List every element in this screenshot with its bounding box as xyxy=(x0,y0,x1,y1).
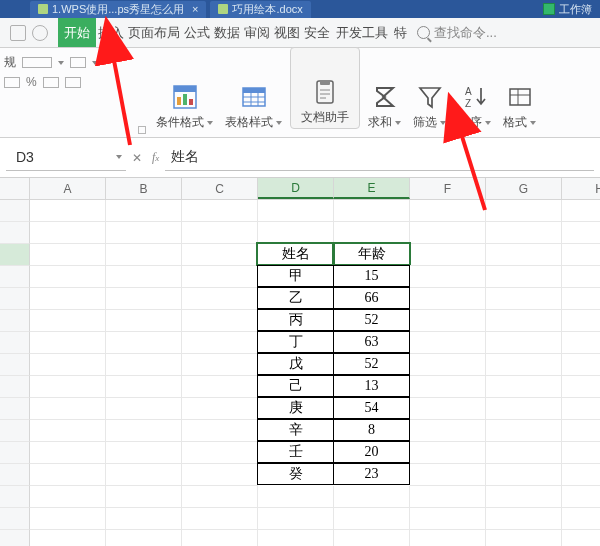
cell-D3[interactable]: 姓名 xyxy=(257,243,334,265)
cell-A11[interactable] xyxy=(30,420,106,442)
cell-A13[interactable] xyxy=(30,464,106,486)
window-tab-2[interactable]: 巧用绘本.docx xyxy=(210,1,310,18)
formula-input[interactable]: 姓名 xyxy=(165,145,594,171)
row-header[interactable] xyxy=(0,244,30,266)
tab-security[interactable]: 安全 xyxy=(302,18,332,47)
cell-D9[interactable]: 己 xyxy=(257,375,334,397)
cell-B16[interactable] xyxy=(106,530,182,546)
cell-D12[interactable]: 壬 xyxy=(257,441,334,463)
cell-D6[interactable]: 丙 xyxy=(257,309,334,331)
cell-E1[interactable] xyxy=(334,200,410,222)
cell-F1[interactable] xyxy=(410,200,486,222)
cell-A3[interactable] xyxy=(30,244,106,266)
cell-format-icon[interactable] xyxy=(70,57,86,68)
cell-E5[interactable]: 66 xyxy=(333,287,410,309)
cell-C2[interactable] xyxy=(182,222,258,244)
cell-H13[interactable] xyxy=(562,464,600,486)
cell-F15[interactable] xyxy=(410,508,486,530)
cell-B6[interactable] xyxy=(106,310,182,332)
cell-C13[interactable] xyxy=(182,464,258,486)
cell-G8[interactable] xyxy=(486,354,562,376)
cell-F6[interactable] xyxy=(410,310,486,332)
command-search[interactable]: 查找命令... xyxy=(417,24,497,42)
cell-C9[interactable] xyxy=(182,376,258,398)
column-header-G[interactable]: G xyxy=(486,178,562,199)
cell-E8[interactable]: 52 xyxy=(333,353,410,375)
doc-helper-button[interactable]: 文档助手 xyxy=(290,47,360,129)
column-header-E[interactable]: E xyxy=(334,178,410,199)
sum-button[interactable]: 求和 xyxy=(362,48,407,133)
cell-E15[interactable] xyxy=(334,508,410,530)
cell-E9[interactable]: 13 xyxy=(333,375,410,397)
cell-E13[interactable]: 23 xyxy=(333,463,410,485)
cell-F11[interactable] xyxy=(410,420,486,442)
cell-E16[interactable] xyxy=(334,530,410,546)
cell-B3[interactable] xyxy=(106,244,182,266)
cell-D15[interactable] xyxy=(258,508,334,530)
cell-A10[interactable] xyxy=(30,398,106,420)
dialog-launcher-icon[interactable] xyxy=(138,126,146,134)
cell-E3[interactable]: 年龄 xyxy=(333,243,410,265)
cell-A16[interactable] xyxy=(30,530,106,546)
cell-F7[interactable] xyxy=(410,332,486,354)
cell-A8[interactable] xyxy=(30,354,106,376)
cell-C14[interactable] xyxy=(182,486,258,508)
tab-view[interactable]: 视图 xyxy=(272,18,302,47)
cell-D1[interactable] xyxy=(258,200,334,222)
sort-button[interactable]: A Z 排序 xyxy=(452,48,497,133)
cell-G6[interactable] xyxy=(486,310,562,332)
cell-C4[interactable] xyxy=(182,266,258,288)
cell-H6[interactable] xyxy=(562,310,600,332)
cell-G2[interactable] xyxy=(486,222,562,244)
row-header[interactable] xyxy=(0,266,30,288)
insert-function-icon[interactable]: fx xyxy=(152,150,159,165)
cell-B13[interactable] xyxy=(106,464,182,486)
cell-A6[interactable] xyxy=(30,310,106,332)
cell-B7[interactable] xyxy=(106,332,182,354)
cell-H14[interactable] xyxy=(562,486,600,508)
cell-F8[interactable] xyxy=(410,354,486,376)
cell-A15[interactable] xyxy=(30,508,106,530)
row-header[interactable] xyxy=(0,530,30,546)
cell-B15[interactable] xyxy=(106,508,182,530)
format-chip[interactable] xyxy=(22,57,52,68)
cell-G16[interactable] xyxy=(486,530,562,546)
cell-G4[interactable] xyxy=(486,266,562,288)
cell-A7[interactable] xyxy=(30,332,106,354)
row-header[interactable] xyxy=(0,486,30,508)
cell-G7[interactable] xyxy=(486,332,562,354)
tab-data[interactable]: 数据 xyxy=(212,18,242,47)
tab-start[interactable]: 开始 xyxy=(58,18,96,47)
cell-B14[interactable] xyxy=(106,486,182,508)
cell-A1[interactable] xyxy=(30,200,106,222)
window-controls-icon[interactable] xyxy=(10,25,26,41)
cell-H5[interactable] xyxy=(562,288,600,310)
cell-D16[interactable] xyxy=(258,530,334,546)
row-header[interactable] xyxy=(0,420,30,442)
cell-E11[interactable]: 8 xyxy=(333,419,410,441)
cell-H1[interactable] xyxy=(562,200,600,222)
cell-H12[interactable] xyxy=(562,442,600,464)
format-button[interactable]: 格式 xyxy=(497,48,542,133)
cell-C16[interactable] xyxy=(182,530,258,546)
cell-C5[interactable] xyxy=(182,288,258,310)
cell-D5[interactable]: 乙 xyxy=(257,287,334,309)
row-header[interactable] xyxy=(0,332,30,354)
column-header-D[interactable]: D xyxy=(258,178,334,199)
cell-E2[interactable] xyxy=(334,222,410,244)
cell-B4[interactable] xyxy=(106,266,182,288)
cell-H4[interactable] xyxy=(562,266,600,288)
cell-E7[interactable]: 63 xyxy=(333,331,410,353)
table-style-button[interactable]: 表格样式 xyxy=(219,48,288,133)
cell-D7[interactable]: 丁 xyxy=(257,331,334,353)
cell-A4[interactable] xyxy=(30,266,106,288)
cell-G14[interactable] xyxy=(486,486,562,508)
cell-C3[interactable] xyxy=(182,244,258,266)
cell-B10[interactable] xyxy=(106,398,182,420)
cell-F14[interactable] xyxy=(410,486,486,508)
cell-G5[interactable] xyxy=(486,288,562,310)
cell-F3[interactable] xyxy=(410,244,486,266)
cell-A9[interactable] xyxy=(30,376,106,398)
cell-G15[interactable] xyxy=(486,508,562,530)
cell-A14[interactable] xyxy=(30,486,106,508)
